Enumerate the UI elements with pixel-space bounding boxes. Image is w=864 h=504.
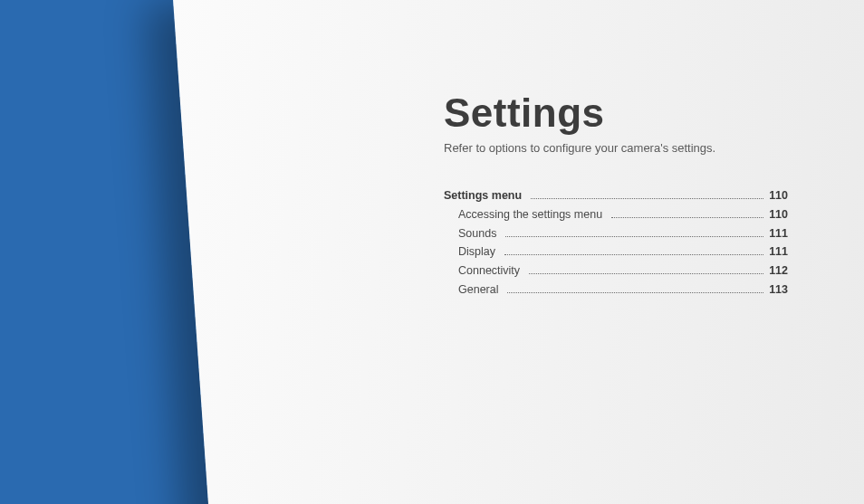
toc-dots	[507, 292, 763, 293]
toc-item-page: 111	[769, 243, 788, 261]
toc-item-label: Sounds	[458, 225, 496, 242]
toc-item-page: 111	[769, 225, 788, 242]
page-subtitle: Refer to options to configure your camer…	[444, 141, 788, 155]
page-content: Settings Refer to options to configure y…	[444, 90, 788, 300]
toc-item-label: Connectivity	[458, 262, 520, 280]
toc-item-label: General	[458, 281, 498, 299]
toc-item-label: Display	[458, 243, 495, 261]
toc-item-page: 112	[769, 262, 788, 280]
toc-dots	[529, 273, 763, 274]
toc-item-row: Accessing the settings menu 110	[444, 206, 788, 223]
toc-dots	[611, 217, 763, 218]
toc-item-row: General 113	[444, 281, 788, 299]
toc-header-page: 110	[769, 187, 788, 204]
toc-header-row: Settings menu 110	[444, 187, 788, 204]
toc-item-page: 110	[769, 206, 788, 223]
page-title: Settings	[444, 90, 788, 136]
toc-dots	[505, 236, 763, 237]
toc-item-page: 113	[769, 281, 788, 299]
toc-item-row: Display 111	[444, 243, 788, 261]
toc-header-label: Settings menu	[444, 187, 522, 204]
toc-item-label: Accessing the settings menu	[458, 206, 602, 223]
toc-item-row: Connectivity 112	[444, 262, 788, 280]
toc-item-row: Sounds 111	[444, 225, 788, 242]
table-of-contents: Settings menu 110 Accessing the settings…	[444, 187, 788, 299]
toc-dots	[504, 254, 763, 255]
document-stage: Settings Refer to options to configure y…	[0, 0, 864, 504]
toc-dots	[531, 198, 763, 199]
